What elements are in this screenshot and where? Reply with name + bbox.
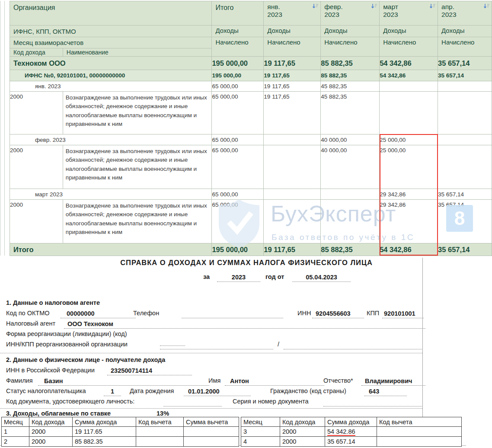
report-value-cell: 19 117,65 [264,57,321,70]
report-value-cell: 35 657,14 [438,70,492,81]
report-value-cell: 195 000,00 [212,57,264,70]
section-separator [0,408,422,409]
report-value-cell: 85 882,35 [321,243,380,256]
report-value-cell [264,189,321,200]
row-full-name: Фамилия Базин Имя Антон Отчество* Владим… [0,377,422,387]
report-value-cell: 45 882,35 [321,92,380,134]
column-header-feb-2023[interactable]: февр. 2023 [321,1,380,26]
amount-cell-highlighted: 54 342.86 [325,427,377,437]
period-date-value: 05.04.2023 [292,273,351,282]
month-cell: 3 [241,427,280,437]
agent-inn-label: ИНН [297,310,311,317]
report-row-grand-total: Итого 195 000,00 19 117,65 85 882,35 54 … [10,243,492,256]
deduction-code-cell [136,437,184,447]
oktmo-label: Код по ОКТМО [6,310,50,317]
report-value-cell: 65 000,00 [212,189,264,200]
report-row-month: февр. 2023 65 000,00 40 000,00 25 000,00 [10,134,492,145]
income-row: 2 2000 85 882.35 [2,437,239,447]
subheader-income-name: Наименование [63,48,212,57]
row-reorg-inn-kpp: ИНН/КПП реорганизованной организации / [0,341,422,350]
income-name: Вознаграждение за выполнение трудовых ил… [63,92,212,134]
code-cell: 2000 [280,437,325,447]
grand-total-label: Итого [10,243,212,256]
col-income-code: Код дохода [29,417,73,427]
report-value-cell: 25 000,00 [380,145,438,189]
citizenship-label: Гражданство (код страны) [270,387,346,394]
month-group-label: март 2023 [10,189,212,200]
report-row-ifns: ИФНС №0, 920101001, 00000000000 195 000,… [10,70,492,81]
row-identity-document: Код документа, удостоверяющего личность:… [0,398,422,407]
deduction-code-cell [377,437,462,447]
row-reorganization: Форма реорганизации (ликвидации) (код) [0,330,422,340]
reorg-label: Форма реорганизации (ликвидации) (код) [6,330,127,337]
deduction-sum-cell [184,437,239,447]
oktmo-value: 00000000 [61,310,136,318]
section1-heading: 1. Данные о налоговом агенте [6,299,100,306]
column-header-jan-2023[interactable]: янв. 2023 [264,1,321,26]
report-value-cell: 65 000,00 [212,200,264,243]
sort-desc-icon[interactable] [483,3,490,11]
subheader-settlement-month: Месяц взаиморасчетов [10,37,212,48]
section-separator [0,353,422,353]
report-value-cell [321,200,380,243]
subheader-accrued: Начислено [380,37,438,57]
certificate-title: СПРАВКА О ДОХОДАХ И СУММАХ НАЛОГА ФИЗИЧЕ… [24,259,469,267]
kpp-value: 920101001 [382,310,424,318]
ifns-label: ИФНС №0, 920101001, 00000000000 [10,70,212,81]
income-report-panel: Организация Итого янв. 2023 февр. 2023 м… [0,0,492,256]
month-year: 2023 [441,11,490,19]
month-label: апр. [441,3,454,11]
sort-desc-icon[interactable] [371,3,377,11]
report-value-cell: 29 342,86 [380,189,438,200]
agent-label: Налоговый агент [6,320,55,327]
income-name: Вознаграждение за выполнение трудовых ил… [63,145,212,189]
col-income-sum: Сумма дохода [73,417,136,427]
subheader-incomes: Доходы [212,26,264,37]
amount-cell: 35 657.14 [325,437,377,447]
col-deduction-code: Код вычета [136,417,184,427]
lastname-label: Фамилия [6,377,33,384]
subheader-incomes: Доходы [438,26,492,37]
row-status-birth-citizenship: Статус налогоплательщика 1 Дата рождения… [0,387,422,397]
report-value-cell: 65 000,00 [212,145,264,189]
1c-report-and-certificate-screen: Организация Итого янв. 2023 февр. 2023 м… [0,0,492,448]
report-value-cell: 85 882,35 [321,57,380,70]
income-row: 1 2000 19 117.65 [2,427,239,437]
income-row: 4 2000 35 657.14 [241,437,462,447]
code-cell: 2000 [29,427,73,437]
report-value-cell [438,92,492,134]
income-table-header: Месяц Код дохода Сумма дохода Код вычета [241,417,462,427]
birthdate-label: Дата рождения [130,387,174,394]
report-value-cell: 40 000,00 [321,134,380,145]
subheader-accrued: Начислено [212,37,264,57]
row-oktmo-phone-inn-kpp: Код по ОКТМО 00000000 Телефон ИНН 920455… [0,310,422,319]
reorg-inn-label: ИНН/КПП реорганизованной организации [6,341,128,348]
subheader-incomes: Доходы [264,26,321,37]
month-cell: 4 [241,437,280,447]
report-value-cell [438,145,492,189]
col-income-code: Код дохода [280,417,325,427]
report-row-income-code: 2000 Вознаграждение за выполнение трудов… [10,200,492,243]
column-header-organization: Организация [10,1,212,26]
subheader-income-code: Код дохода [10,48,63,57]
agent-name-value: ООО Техноком [64,320,425,329]
sort-desc-icon[interactable] [429,3,436,11]
column-header-apr-2023[interactable]: апр. 2023 [438,1,492,26]
report-row-income-code: 2000 Вознаграждение за выполнение трудов… [10,92,492,134]
report-value-cell: 25 000,00 [380,134,438,145]
report-row-organization: Техноком ООО 195 000,00 19 117,65 85 882… [10,57,492,70]
report-value-cell: 35 657,14 [438,189,492,200]
report-value-cell [380,92,438,134]
birthdate-value: 01.01.2000 [184,387,251,396]
report-row-income-code: 2000 Вознаграждение за выполнение трудов… [10,145,492,189]
month-label: март [383,3,398,11]
lastname-value: Базин [38,377,209,386]
sort-desc-icon[interactable] [312,3,319,11]
column-header-mar-2023[interactable]: март 2023 [380,1,438,26]
deduction-sum-cell [184,427,239,437]
report-value-cell [264,134,321,145]
subheader-accrued: Начислено [438,37,492,57]
doc-code-value [163,398,222,406]
section2-heading: 2. Данные о физическом лице - получателе… [6,356,165,363]
doc-serial-label: Серия и номер документа [233,398,309,405]
